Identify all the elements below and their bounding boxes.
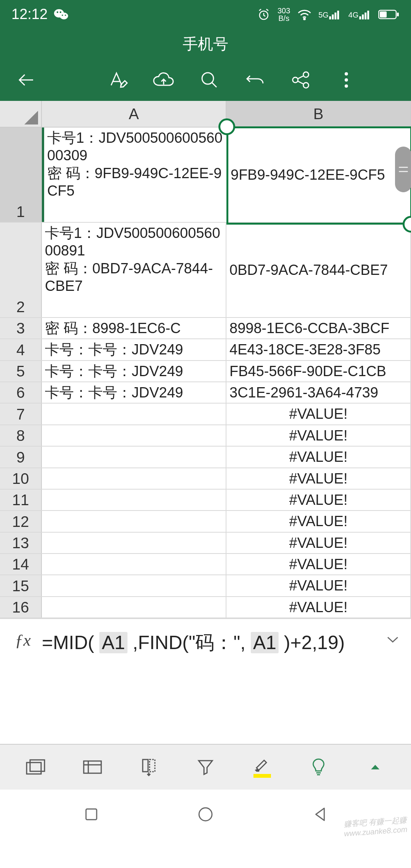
row-header[interactable]: 3	[0, 318, 42, 338]
table-row: 14#VALUE!	[0, 554, 411, 575]
table-row: 15#VALUE!	[0, 575, 411, 597]
row-header[interactable]: 2	[0, 223, 42, 317]
expand-up-button[interactable]	[352, 748, 398, 786]
row-header[interactable]: 9	[0, 447, 42, 467]
cell[interactable]	[42, 511, 226, 531]
cell[interactable]: 密 码：8998-1EC6-C	[42, 318, 226, 338]
row-header[interactable]: 10	[0, 468, 42, 489]
cell[interactable]	[42, 554, 226, 574]
row-header[interactable]: 5	[0, 361, 42, 381]
cell[interactable]: #VALUE!	[226, 468, 411, 489]
cell[interactable]	[42, 404, 226, 424]
cell[interactable]: 4E43-18CE-3E28-3F85	[226, 339, 411, 360]
ideas-button[interactable]	[296, 748, 341, 786]
row-header[interactable]: 8	[0, 425, 42, 446]
row-header[interactable]: 13	[0, 533, 42, 553]
signal-4g: 4G	[348, 10, 371, 19]
column-header-b[interactable]: B	[226, 101, 411, 127]
cell[interactable]: FB45-566F-90DE-C1CB	[226, 361, 411, 381]
highlight-button[interactable]	[239, 748, 285, 786]
row-header[interactable]: 15	[0, 575, 42, 596]
signal-5g: 5G	[319, 10, 342, 19]
cell[interactable]	[42, 597, 226, 617]
svg-point-3	[60, 11, 61, 13]
row-header[interactable]: 16	[0, 597, 42, 617]
bottom-toolbar	[0, 744, 411, 790]
filter-button[interactable]	[183, 748, 228, 786]
cell[interactable]	[42, 490, 226, 510]
cell[interactable]: #VALUE!	[226, 533, 411, 553]
document-title: 手机号	[0, 29, 411, 59]
search-button[interactable]	[186, 59, 232, 101]
cell[interactable]	[42, 447, 226, 467]
cell[interactable]: #VALUE!	[226, 597, 411, 617]
svg-point-4	[62, 14, 63, 16]
more-button[interactable]	[323, 59, 369, 101]
nav-home-button[interactable]	[183, 795, 228, 833]
svg-rect-17	[380, 11, 387, 18]
cell[interactable]: #VALUE!	[226, 554, 411, 574]
svg-point-21	[293, 77, 298, 83]
cell[interactable]	[42, 468, 226, 489]
cloud-upload-button[interactable]	[141, 59, 186, 101]
cell[interactable]: #VALUE!	[226, 511, 411, 531]
cell[interactable]: 3C1E-2961-3A64-4739	[226, 382, 411, 403]
spreadsheet-grid[interactable]: 1卡号1：JDV50050060056000309 密 码：9FB9-949C-…	[0, 128, 411, 618]
svg-rect-13	[362, 14, 364, 19]
table-row: 13#VALUE!	[0, 533, 411, 554]
table-row: 11#VALUE!	[0, 490, 411, 511]
share-button[interactable]	[278, 59, 323, 101]
table-row: 16#VALUE!	[0, 597, 411, 618]
column-header-a[interactable]: A	[42, 101, 226, 127]
svg-rect-9	[332, 14, 334, 19]
back-button[interactable]	[4, 59, 49, 101]
expand-formula-icon[interactable]	[381, 628, 404, 643]
table-row: 1卡号1：JDV50050060056000309 密 码：9FB9-949C-…	[0, 128, 411, 223]
nav-back-button[interactable]	[297, 795, 342, 833]
cell[interactable]	[42, 533, 226, 553]
cell[interactable]: 卡号：卡号：JDV249	[42, 382, 226, 403]
cell[interactable]: #VALUE!	[226, 404, 411, 424]
table-row: 4卡号：卡号：JDV2494E43-18CE-3E28-3F85	[0, 339, 411, 361]
select-all-corner[interactable]	[0, 101, 42, 127]
selection-handle-tl[interactable]	[218, 118, 235, 135]
row-header[interactable]: 1	[0, 128, 42, 222]
row-header[interactable]: 4	[0, 339, 42, 360]
view-button[interactable]	[70, 748, 115, 786]
cell[interactable]: #VALUE!	[226, 575, 411, 596]
column-headers: A B	[0, 101, 411, 128]
insert-column-button[interactable]	[126, 748, 172, 786]
font-edit-button[interactable]	[95, 59, 141, 101]
svg-point-23	[345, 72, 348, 75]
table-row: 2卡号1：JDV50050060056000891 密 码：0BD7-9ACA-…	[0, 223, 411, 318]
cell[interactable]: 卡号1：JDV50050060056000891 密 码：0BD7-9ACA-7…	[42, 223, 226, 317]
row-header[interactable]: 7	[0, 404, 42, 424]
cell[interactable]: #VALUE!	[226, 425, 411, 446]
row-header[interactable]: 6	[0, 382, 42, 403]
row-header[interactable]: 12	[0, 511, 42, 531]
cell[interactable]: 8998-1EC6-CCBA-3BCF	[226, 318, 411, 338]
svg-point-20	[303, 72, 309, 77]
cell[interactable]: #VALUE!	[226, 490, 411, 510]
cell[interactable]: #VALUE!	[226, 447, 411, 467]
sheets-button[interactable]	[13, 748, 59, 786]
cell[interactable]: 0BD7-9ACA-7844-CBE7	[226, 223, 411, 317]
system-nav-bar: 赚客吧 有赚一起赚 www.zuanke8.com	[0, 790, 411, 839]
svg-point-25	[345, 85, 348, 88]
cell[interactable]	[42, 575, 226, 596]
svg-rect-18	[397, 13, 399, 16]
nav-recent-button[interactable]	[68, 795, 114, 833]
formula-input[interactable]: =MID( A1 ,FIND("码：", A1 )+2,19)	[42, 628, 381, 658]
formula-bar[interactable]: ƒx =MID( A1 ,FIND("码：", A1 )+2,19)	[0, 618, 411, 744]
scroll-thumb[interactable]	[395, 147, 411, 192]
status-bar: 12:12 303B/s 5G 4G	[0, 0, 411, 29]
battery-icon	[378, 9, 400, 20]
cell[interactable]: 卡号：卡号：JDV249	[42, 361, 226, 381]
row-header[interactable]: 14	[0, 554, 42, 574]
cell[interactable]	[42, 425, 226, 446]
cell[interactable]: 卡号：卡号：JDV249	[42, 339, 226, 360]
cell[interactable]: 卡号1：JDV50050060056000309 密 码：9FB9-949C-1…	[42, 128, 228, 222]
cell[interactable]: 9FB9-949C-12EE-9CF5	[228, 128, 411, 222]
undo-button[interactable]	[232, 59, 278, 101]
row-header[interactable]: 11	[0, 490, 42, 510]
